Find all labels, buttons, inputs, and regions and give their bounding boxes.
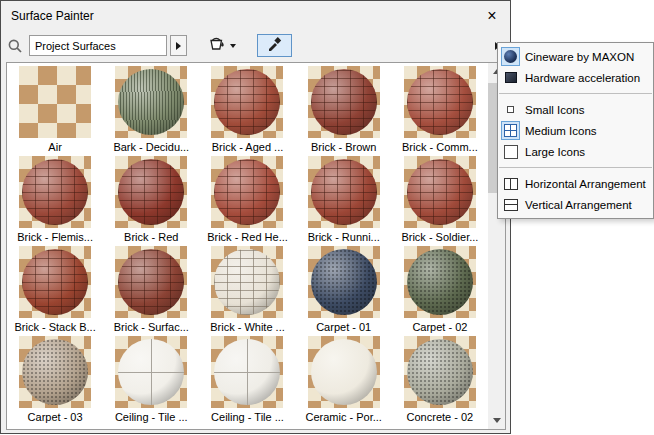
surface-label: Air — [48, 141, 61, 153]
small-icons-icon-glyph — [507, 106, 514, 113]
medium-icons-icon — [501, 121, 520, 140]
small-icons-icon — [501, 100, 520, 119]
menu-item-label: Small Icons — [525, 104, 584, 116]
surface-tile-ceramic-por[interactable]: Ceramic - Por... — [296, 336, 392, 426]
menu-item-vertical-arrangement[interactable]: Vertical Arrangement — [498, 194, 653, 215]
surface-tile-ceiling-tile[interactable]: Ceiling - Tile ... — [103, 336, 199, 426]
surface-thumbnail — [404, 156, 476, 228]
surface-tile-brick-flemis[interactable]: Brick - Flemis... — [7, 156, 103, 246]
surface-thumbnail — [404, 336, 476, 408]
arrow-right-icon — [176, 42, 181, 50]
surface-label: Carpet - 02 — [412, 321, 467, 333]
surface-tile-bark-decidu[interactable]: Bark - Decidu... — [103, 66, 199, 156]
surface-label: Brick - Soldier... — [401, 231, 478, 243]
surface-thumbnail — [19, 246, 91, 318]
surface-label: Brick - Surfac... — [114, 321, 189, 333]
menu-item-label: Medium Icons — [525, 125, 597, 137]
surface-tile-brick-soldier[interactable]: Brick - Soldier... — [392, 156, 488, 246]
menu-separator — [499, 93, 652, 94]
surface-tile-carpet-03[interactable]: Carpet - 03 — [7, 336, 103, 426]
surface-tile-brick-red-he[interactable]: Brick - Red He... — [199, 156, 295, 246]
dropdown-open-button[interactable] — [170, 35, 187, 56]
surface-painter-dialog: Surface Painter × Project Surfaces — [0, 0, 511, 434]
paint-bucket-icon — [206, 35, 227, 56]
surface-thumbnail — [19, 66, 91, 138]
surface-label: Ceramic - Por... — [305, 411, 381, 423]
surface-thumbnail — [211, 66, 283, 138]
surface-thumbnail — [308, 66, 380, 138]
surface-tile-ceiling-tile[interactable]: Ceiling - Tile ... — [199, 336, 295, 426]
pick-surface-button[interactable] — [257, 34, 292, 57]
surface-label: Brick - Runni... — [308, 231, 380, 243]
surface-thumbnail — [211, 156, 283, 228]
surface-tile-brick-stack-b[interactable]: Brick - Stack B... — [7, 246, 103, 336]
surface-tile-brick-red[interactable]: Brick - Red — [103, 156, 199, 246]
menu-item-medium-icons[interactable]: Medium Icons — [498, 120, 653, 141]
title-bar[interactable]: Surface Painter × — [1, 1, 510, 30]
surface-label: Brick - Brown — [311, 141, 376, 153]
surface-label: Carpet - 03 — [28, 411, 83, 423]
surface-sphere — [311, 159, 377, 225]
menu-item-label: Vertical Arrangement — [525, 199, 632, 211]
surface-sphere — [311, 69, 377, 135]
menu-item-label: Horizontal Arrangement — [525, 178, 646, 190]
surface-sphere — [407, 69, 473, 135]
surface-painter-context-menu: Cineware by MAXONHardware accelerationSm… — [497, 42, 654, 219]
menu-item-small-icons[interactable]: Small Icons — [498, 99, 653, 120]
menu-item-cineware-by-maxon[interactable]: Cineware by MAXON — [498, 46, 653, 67]
surface-thumbnail — [211, 336, 283, 408]
surface-sphere — [214, 159, 280, 225]
large-icons-icon — [501, 142, 520, 161]
surface-thumbnail — [308, 246, 380, 318]
surface-sphere — [118, 339, 184, 405]
hardware-acceleration-icon-glyph — [505, 72, 517, 83]
surface-tile-carpet-02[interactable]: Carpet - 02 — [392, 246, 488, 336]
medium-icons-icon-glyph — [504, 124, 517, 137]
surface-tile-brick-aged[interactable]: Brick - Aged ... — [199, 66, 295, 156]
cineware-icon-glyph — [504, 50, 517, 63]
surface-label: Ceiling - Tile ... — [211, 411, 284, 423]
surface-tile-brick-brown[interactable]: Brick - Brown — [296, 66, 392, 156]
large-icons-icon-glyph — [504, 145, 518, 159]
surface-sphere — [214, 69, 280, 135]
surface-sphere — [214, 339, 280, 405]
scroll-down-button[interactable] — [488, 412, 505, 429]
menu-item-horizontal-arrangement[interactable]: Horizontal Arrangement — [498, 173, 653, 194]
surface-thumbnail — [19, 156, 91, 228]
surface-thumbnail — [404, 246, 476, 318]
surface-tile-carpet-01[interactable]: Carpet - 01 — [296, 246, 392, 336]
surface-tile-brick-runni[interactable]: Brick - Runni... — [296, 156, 392, 246]
menu-item-label: Hardware acceleration — [525, 72, 640, 84]
menu-item-hardware-acceleration[interactable]: Hardware acceleration — [498, 67, 653, 88]
surface-sphere — [407, 159, 473, 225]
surface-tile-brick-comm[interactable]: Brick - Comm... — [392, 66, 488, 156]
stage: Surface Painter × Project Surfaces — [0, 0, 654, 435]
surface-label: Carpet - 01 — [316, 321, 371, 333]
menu-separator — [499, 167, 652, 168]
surface-thumbnail — [19, 336, 91, 408]
toolbar: Project Surfaces — [1, 30, 510, 61]
surface-list-panel: AirBark - Decidu...Brick - Aged ...Brick… — [6, 62, 506, 430]
menu-item-large-icons[interactable]: Large Icons — [498, 141, 653, 162]
menu-item-label: Large Icons — [525, 146, 585, 158]
surface-thumbnail — [115, 156, 187, 228]
vertical-arrangement-icon — [501, 195, 520, 214]
close-button[interactable]: × — [474, 2, 510, 30]
surface-sphere — [311, 339, 377, 405]
surface-sphere — [407, 339, 473, 405]
surface-sphere — [118, 159, 184, 225]
paint-surface-button[interactable] — [202, 33, 240, 58]
eyedropper-icon — [267, 36, 282, 55]
surface-tile-concrete-02[interactable]: Concrete - 02 — [392, 336, 488, 426]
vertical-arrangement-icon-glyph — [504, 199, 518, 211]
surface-tile-brick-surfac[interactable]: Brick - Surfac... — [103, 246, 199, 336]
surface-label: Brick - White ... — [210, 321, 285, 333]
cineware-icon — [501, 47, 520, 66]
surface-tile-brick-white[interactable]: Brick - White ... — [199, 246, 295, 336]
horizontal-arrangement-icon — [501, 174, 520, 193]
surface-source-dropdown[interactable]: Project Surfaces — [29, 35, 167, 56]
surface-tile-air[interactable]: Air — [7, 66, 103, 156]
surface-grid: AirBark - Decidu...Brick - Aged ...Brick… — [7, 63, 488, 429]
surface-thumbnail — [115, 246, 187, 318]
surface-thumbnail — [211, 246, 283, 318]
